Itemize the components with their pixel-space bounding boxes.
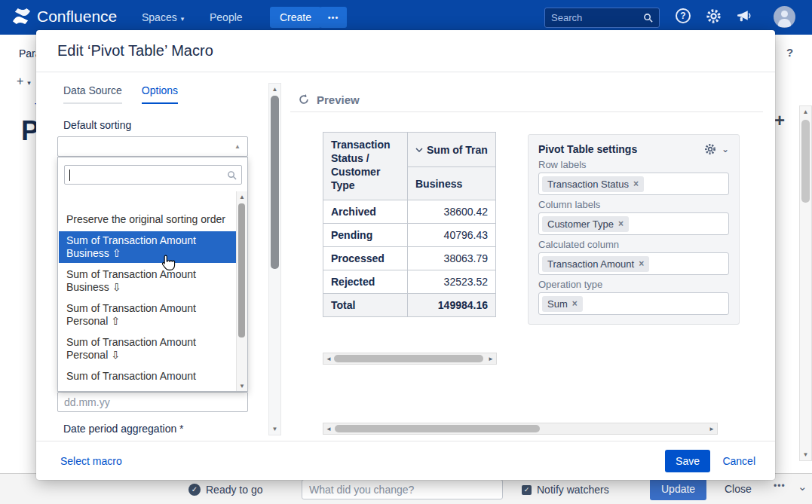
tab-options[interactable]: Options: [142, 84, 178, 104]
calculated-column-label: Calculated column: [538, 239, 729, 250]
scrollbar-thumb[interactable]: [271, 96, 279, 269]
select-macro-link[interactable]: Select macro: [60, 455, 122, 467]
avatar-person-body: [778, 19, 791, 27]
add-parameter-button[interactable]: +▾: [17, 75, 31, 88]
save-button[interactable]: Save: [665, 450, 710, 472]
change-comment-input[interactable]: [302, 479, 503, 499]
dropdown-option[interactable]: Sum of Transaction Amount Business ⇩: [59, 265, 237, 297]
dropdown-search-field[interactable]: [64, 165, 242, 185]
scroll-left-icon[interactable]: ◄: [326, 426, 332, 432]
pivot-group-header[interactable]: Sum of Trans: [408, 133, 496, 167]
remove-icon[interactable]: ×: [639, 258, 644, 269]
chip-transaction-status[interactable]: Transaction Status ×: [542, 176, 644, 192]
column-labels-field[interactable]: Customer Type ×: [538, 212, 729, 235]
scroll-down-icon[interactable]: ▼: [269, 426, 280, 432]
row-labels-field[interactable]: Transaction Status ×: [538, 173, 729, 195]
date-format-field[interactable]: [57, 392, 248, 412]
tab-data-source[interactable]: Data Source: [63, 84, 122, 104]
checkbox-checked-icon[interactable]: ✓: [522, 485, 532, 495]
pivot-table: Transaction Status / Customer Type Sum o…: [323, 132, 496, 317]
scroll-up-icon[interactable]: ▲: [269, 86, 280, 93]
editor-more-button[interactable]: •••: [774, 481, 786, 491]
nav-spaces[interactable]: Spaces▾: [142, 11, 184, 23]
mouse-cursor-icon: [161, 255, 176, 271]
dropdown-option-selected[interactable]: Sum of Transaction Amount Business ⇧: [59, 231, 237, 263]
check-circle-icon: ✓: [188, 484, 201, 496]
chip-customer-type[interactable]: Customer Type ×: [542, 216, 629, 232]
scrollbar-thumb[interactable]: [335, 425, 540, 432]
nav-more-button[interactable]: •••: [320, 7, 347, 28]
remove-icon[interactable]: ×: [572, 298, 578, 309]
avatar-person-icon: [781, 11, 788, 17]
scroll-right-icon[interactable]: ►: [709, 426, 715, 432]
cell-value: 149984.16: [408, 294, 496, 317]
calculated-column-field[interactable]: Transaction Amount ×: [538, 252, 729, 275]
dropdown-option[interactable]: Sum of Transaction Amount: [59, 367, 237, 386]
brand-name: Confluence: [37, 8, 117, 26]
scroll-left-icon[interactable]: ◄: [326, 356, 332, 362]
user-avatar[interactable]: [774, 6, 795, 28]
scroll-right-icon[interactable]: ►: [488, 356, 494, 362]
dropdown-option[interactable]: Preserve the original sorting order: [59, 210, 237, 229]
scroll-down-icon[interactable]: ▼: [237, 383, 247, 389]
caret-down-icon: ▾: [181, 15, 185, 23]
scrollbar-thumb[interactable]: [238, 203, 245, 338]
page-help-icon[interactable]: ?: [786, 46, 793, 59]
nav-spaces-label: Spaces: [142, 11, 177, 23]
confluence-logo-icon: [12, 7, 31, 26]
table-row: Processed 38063.79: [323, 247, 496, 270]
table-row: Rejected 32523.52: [323, 270, 496, 294]
cell-value: 40796.43: [408, 224, 496, 247]
dropdown-option[interactable]: Sum of Transaction Amount Personal ⇩: [59, 333, 237, 365]
notify-watchers-checkbox[interactable]: ✓ Notify watchers: [522, 484, 609, 496]
group-header-label: Sum of Trans: [427, 144, 488, 156]
gear-icon[interactable]: [704, 143, 716, 155]
remove-icon[interactable]: ×: [618, 218, 624, 229]
megaphone-icon[interactable]: [736, 8, 752, 24]
close-button[interactable]: Close: [725, 483, 752, 495]
scrollbar-thumb[interactable]: [334, 355, 483, 362]
operation-type-field[interactable]: Sum ×: [538, 292, 729, 315]
options-panel-scrollbar[interactable]: ▲ ▼: [268, 83, 281, 435]
scroll-up-icon[interactable]: ▲: [237, 194, 247, 200]
default-sorting-select[interactable]: ▲: [57, 136, 248, 157]
dropdown-search-input[interactable]: [72, 170, 227, 181]
plus-icon: +: [17, 75, 23, 87]
edit-macro-dialog: Edit ‘Pivot Table’ Macro Data Source Opt…: [36, 30, 775, 480]
scroll-up-icon[interactable]: ▲: [800, 108, 811, 115]
dropdown-option-empty[interactable]: [59, 192, 237, 210]
nav-people-label: People: [210, 11, 243, 23]
dropdown-scrollbar[interactable]: ▲ ▼: [236, 191, 247, 392]
help-button[interactable]: ?: [676, 8, 691, 23]
dropdown-option[interactable]: Sum of Transaction Amount Personal ⇧: [59, 299, 237, 331]
settings-header: Pivot Table settings ⌄: [538, 143, 729, 155]
date-format-input[interactable]: [64, 396, 241, 408]
refresh-icon[interactable]: [298, 93, 310, 105]
preview-horizontal-scrollbar[interactable]: ◄ ►: [323, 423, 718, 435]
global-search[interactable]: [544, 8, 660, 28]
collapse-up-icon: ▲: [234, 143, 241, 150]
nav-people[interactable]: People: [210, 11, 243, 23]
dialog-tabs: Data Source Options: [63, 84, 178, 104]
row-labels-label: Row labels: [538, 159, 729, 170]
chip-transaction-amount[interactable]: Transaction Amount ×: [542, 256, 649, 272]
search-input[interactable]: [551, 12, 639, 23]
chevron-down-icon[interactable]: ⌄: [722, 144, 729, 154]
chip-sum[interactable]: Sum ×: [542, 296, 583, 312]
scroll-down-icon[interactable]: ▼: [800, 451, 811, 458]
add-element-button[interactable]: +: [774, 110, 785, 131]
confluence-home-link[interactable]: Confluence: [12, 7, 117, 26]
page-scrollbar[interactable]: ▲ ▼: [799, 105, 812, 461]
sort-chevron-icon: [415, 148, 423, 152]
dialog-title: Edit ‘Pivot Table’ Macro: [57, 42, 213, 60]
cell-value: 32523.52: [408, 270, 496, 294]
create-button[interactable]: Create: [270, 7, 321, 28]
scrollbar-thumb[interactable]: [801, 120, 810, 203]
cancel-button[interactable]: Cancel: [722, 455, 755, 467]
chevron-down-icon[interactable]: ⌄: [798, 480, 807, 493]
dropdown-option-list: Preserve the original sorting order Sum …: [59, 192, 237, 388]
remove-icon[interactable]: ×: [633, 179, 639, 189]
table-horizontal-scrollbar[interactable]: ◄ ►: [323, 353, 497, 365]
gear-icon[interactable]: [706, 8, 722, 24]
update-button[interactable]: Update: [650, 478, 706, 500]
